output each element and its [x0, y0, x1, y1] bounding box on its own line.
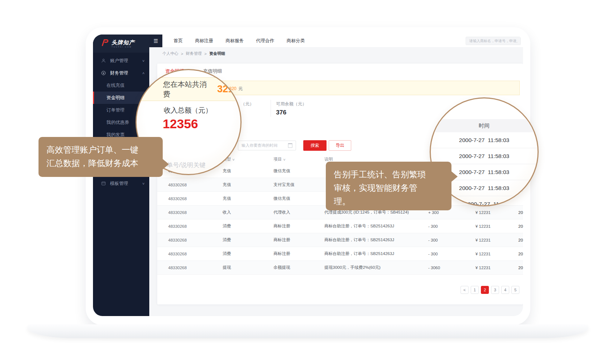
- cell-type: 消费: [223, 223, 273, 229]
- cell-time: 2000-7-27 11:58:03: [510, 224, 523, 228]
- chevron-up-icon: ∧: [142, 72, 145, 75]
- cell-project: 微信充值: [273, 196, 324, 201]
- cell-order-no: 48330268: [168, 183, 223, 187]
- brand-logo-icon: [101, 39, 109, 48]
- breadcrumb-separator: >: [204, 52, 206, 56]
- cell-order-no: 48330268: [168, 224, 223, 228]
- page: 头牌知产 TOUPAI.COM 账户管理∨财务管理∧在线充值资金明细订单管理我的…: [0, 0, 616, 364]
- search-button[interactable]: 搜索: [303, 140, 327, 151]
- cell-time: 2000-7-27 11:58:03: [510, 210, 523, 215]
- sidebar-item-财务管理[interactable]: 财务管理∧: [93, 67, 149, 79]
- cell-description: 提现3000元，手续费2%(60元): [324, 265, 426, 270]
- callout-right-text: 告别手工统计、告别繁琐: [334, 170, 426, 179]
- callout-right-text: 审核，实现智能财务管: [334, 183, 417, 193]
- cell-order-no: 48330268: [168, 238, 223, 242]
- breadcrumb-item[interactable]: 个人中心: [162, 51, 178, 56]
- template-icon: [101, 181, 106, 186]
- cell-project: 支付宝充值: [273, 182, 324, 187]
- cell-time: 2000-7-27 11:58:03: [510, 252, 523, 256]
- nav-link-商标分类[interactable]: 商标分类: [287, 38, 305, 44]
- stat-expense-label: （元）: [241, 101, 254, 107]
- cell-type: 充值: [223, 196, 273, 201]
- calendar-icon: [288, 143, 292, 148]
- cell-type: 消费: [223, 237, 273, 243]
- nav-link-代理合作[interactable]: 代理合作: [256, 38, 274, 44]
- cell-type: 充值: [223, 182, 273, 187]
- cell-order-no: 48330268: [168, 252, 223, 256]
- cell-amount: - 300: [426, 238, 473, 242]
- stats-divider: [271, 100, 271, 117]
- coin-icon: [101, 70, 106, 76]
- cell-description: 商标自助注册，订单号：SB2514263J: [324, 237, 426, 243]
- sidebar-item-label: 财务管理: [110, 70, 142, 76]
- table-header-cell: 项目∨: [273, 157, 324, 162]
- callout-right-text: 理。: [334, 197, 350, 206]
- cell-time: 2000-7-27 11:58:03: [510, 266, 523, 270]
- date-filter-input[interactable]: 输入你要查询的时间: [238, 141, 296, 150]
- table-header-cell: 类型∨: [223, 157, 273, 162]
- magnified-banner-prefix: 您在本站共消费: [163, 80, 214, 99]
- cell-amount: - 300: [426, 252, 473, 256]
- cell-amount: - 3060: [426, 266, 473, 270]
- callout-left: 高效管理账户订单、一键汇总数据，降低财务成本: [38, 137, 163, 177]
- callout-right: 告别手工统计、告别繁琐审核，实现智能财务管理。: [326, 162, 451, 210]
- user-icon: [101, 58, 106, 64]
- cell-description: 商标自助注册，订单号：SB2514263J: [324, 223, 426, 229]
- nav-link-首页[interactable]: 首页: [174, 38, 183, 44]
- pagination-page-2[interactable]: 2: [481, 286, 489, 294]
- cell-balance: ¥ 12231: [473, 266, 510, 270]
- nav-link-商标服务[interactable]: 商标服务: [226, 38, 244, 44]
- sidebar-item-label: 模板管理: [110, 181, 142, 187]
- cell-amount: - 300: [426, 224, 473, 228]
- global-search-input[interactable]: [466, 37, 521, 45]
- cell-description: 代理提成300元 (ID:1245，订单号：SB45124): [324, 210, 426, 215]
- magnified-income-value: 12356: [163, 117, 198, 131]
- table-header-cell: 说明: [324, 157, 426, 162]
- cell-type: 收入: [223, 210, 273, 215]
- table-row: 48330268提现余额提现提现3000元，手续费2%(60元)- 3060¥ …: [157, 261, 523, 275]
- hamburger-menu-icon[interactable]: ☰: [149, 35, 162, 47]
- sidebar-item-在线充值[interactable]: 在线充值: [93, 79, 149, 92]
- sidebar-item-模板管理[interactable]: 模板管理∨: [93, 177, 149, 190]
- cell-type: 提现: [223, 265, 273, 270]
- cell-balance: ¥ 12231: [473, 238, 510, 242]
- nav-link-商标注册[interactable]: 商标注册: [195, 38, 213, 44]
- cell-order-no: 48330268: [168, 197, 223, 201]
- stat-balance-label: 可用余额（元）: [276, 101, 307, 107]
- cell-type: 消费: [223, 251, 273, 256]
- top-nav: 首页商标注册商标服务代理合作商标分类: [174, 38, 305, 44]
- cell-order-no: 48330268: [168, 266, 223, 270]
- callout-left-text: 汇总数据，降低财务成本: [46, 158, 138, 168]
- pagination-prev[interactable]: <: [461, 286, 469, 294]
- breadcrumb-item[interactable]: 财务管理: [186, 51, 202, 56]
- breadcrumb-separator: >: [181, 52, 183, 56]
- chevron-down-icon[interactable]: ∨: [283, 158, 286, 161]
- cell-project: 微信充值: [273, 168, 324, 174]
- pagination-page-3[interactable]: 3: [491, 286, 499, 294]
- cell-type: 充值: [223, 168, 273, 174]
- cell-project: 商标注册: [273, 223, 324, 229]
- cell-time: 2000-7-27 11:58:03: [510, 238, 523, 242]
- chevron-down-icon: ∨: [142, 182, 145, 185]
- cell-balance: ¥ 12231: [473, 252, 510, 256]
- magnified-income-label: 收入总额（元）: [164, 106, 212, 115]
- cell-balance: ¥ 12231: [473, 224, 510, 228]
- pagination-page-1[interactable]: 1: [471, 286, 479, 294]
- date-filter-placeholder: 输入你要查询的时间: [242, 143, 277, 148]
- cell-order-no: 48330268: [168, 210, 223, 215]
- pagination: <12345: [461, 286, 519, 294]
- sidebar-item-账户管理[interactable]: 账户管理∨: [93, 54, 149, 67]
- table-row: 48330268消费商标注册商标自助注册，订单号：SB2514263J- 300…: [157, 219, 523, 233]
- topbar: ☰ 首页商标注册商标服务代理合作商标分类: [149, 35, 523, 48]
- pagination-page-4[interactable]: 4: [501, 286, 509, 294]
- export-button[interactable]: 导出: [329, 140, 351, 151]
- pagination-page-5[interactable]: 5: [511, 286, 519, 294]
- cell-description: 商标自助注册，订单号：SB2514263J: [324, 251, 426, 256]
- stat-balance-value: 376: [276, 109, 286, 116]
- breadcrumb: 个人中心>财务管理>资金明细: [149, 48, 523, 60]
- table-row: 48330268消费商标注册商标自助注册，订单号：SB2514263J- 300…: [157, 247, 523, 261]
- chevron-down-icon[interactable]: ∨: [232, 158, 235, 161]
- breadcrumb-item[interactable]: 资金明细: [209, 51, 225, 56]
- brand-name: 头牌知产: [112, 40, 135, 45]
- laptop-base: [27, 324, 588, 338]
